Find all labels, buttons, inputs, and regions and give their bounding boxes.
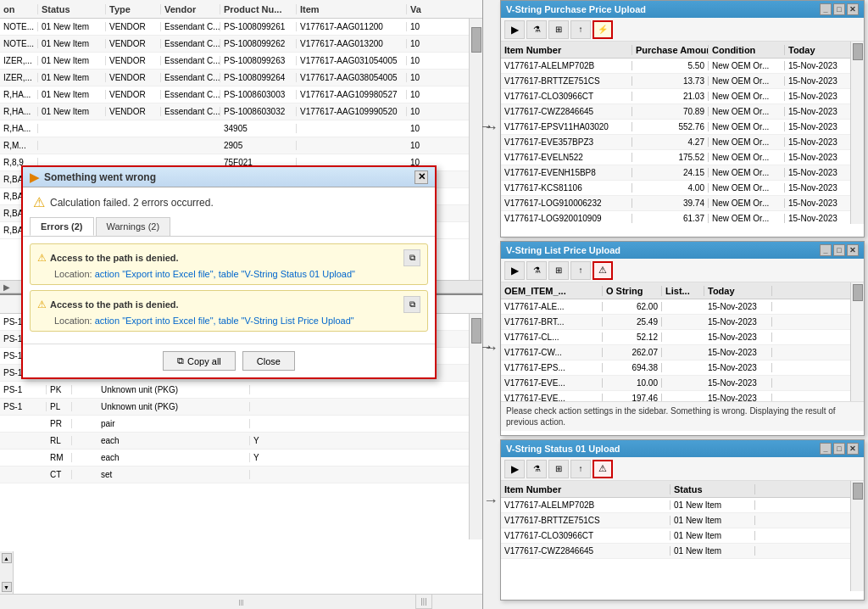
error-main-message: ⚠ Calculation failed. 2 errors occurred. (23, 187, 435, 217)
error-item-2-link[interactable]: action "Export into Excel file", table "… (95, 316, 354, 326)
status-row[interactable]: V177617-BRTTZE751CS 01 New Item (501, 513, 864, 528)
main-scrollbar-vertical[interactable] (469, 19, 482, 280)
list-close-btn[interactable]: ✕ (847, 244, 859, 256)
status-row[interactable]: V177617-CWZ2846645 01 New Item (501, 544, 864, 559)
purchase-scroll-thumb[interactable] (853, 43, 863, 60)
status-row[interactable]: V177617-CLO30966CT 01 New Item (501, 528, 864, 544)
list-restore-btn[interactable]: □ (833, 244, 845, 256)
cell-type: VENDOR (106, 90, 161, 99)
bottom-table-row[interactable]: CT set (0, 467, 482, 483)
error-item-2-copy-btn[interactable]: ⧉ (403, 296, 420, 313)
purchase-row[interactable]: V177617-CLO30966CT 21.03 New OEM Or... 1… (501, 89, 864, 104)
location-label-2: Location: (54, 316, 92, 326)
list-grid-btn[interactable]: ⊞ (548, 261, 569, 280)
bottom-table-row[interactable]: RM each Y (0, 450, 482, 467)
main-table-row[interactable]: R,HA... 01 New Item VENDOR Essendant C..… (0, 87, 482, 103)
purchase-row[interactable]: V177617-EPSV11HA03020 552.76 New OEM Or.… (501, 120, 864, 135)
cell-product: PS-1008603003 (220, 90, 297, 99)
status-close-btn[interactable]: ✕ (847, 443, 859, 455)
bcell-2: PL (47, 402, 72, 411)
left-vert-scroll[interactable]: ▲ ▼ (0, 551, 14, 594)
status-filter-btn[interactable]: ⚗ (526, 460, 547, 478)
list-row[interactable]: V177617-CL... 52.12 15-Nov-2023 (501, 330, 864, 345)
purchase-row[interactable]: V177617-ALELMP702B 5.50 New OEM Or... 15… (501, 59, 864, 74)
scroll-up-btn[interactable]: ▲ (2, 553, 12, 563)
toolbar-filter-btn[interactable]: ⚗ (526, 20, 547, 39)
purchase-scrollbar[interactable] (850, 42, 864, 224)
close-btn-purchase[interactable]: ✕ (847, 3, 859, 15)
status-active-btn[interactable]: ⚠ (593, 460, 613, 478)
purchase-row[interactable]: V177617-LOG920010909 61.37 New OEM Or...… (501, 211, 864, 224)
purchase-row[interactable]: V177617-LOG910006232 39.74 New OEM Or...… (501, 196, 864, 211)
toolbar-active-btn[interactable]: ⚡ (593, 20, 613, 39)
list-row[interactable]: V177617-CW... 262.07 15-Nov-2023 (501, 345, 864, 360)
list-price-panel: V-String List Price Upload _ □ ✕ ▶ ⚗ ⊞ ↑… (500, 241, 865, 436)
list-toolbar-btn-1[interactable]: ▶ (504, 261, 525, 280)
bottom-table-row[interactable]: PS-1 PL Unknown unit (PKG) (0, 399, 482, 416)
pr-today: 15-Nov-2023 (785, 137, 853, 147)
list-table-container: OEM_ITEM_... O String List... Today V177… (501, 282, 864, 401)
status-restore-btn[interactable]: □ (833, 443, 845, 455)
bottom-table-row[interactable]: RL each Y (0, 433, 482, 450)
status-grid-btn[interactable]: ⊞ (548, 460, 569, 478)
list-scroll-thumb[interactable] (853, 284, 863, 301)
list-row[interactable]: V177617-EPS... 694.38 15-Nov-2023 (501, 360, 864, 376)
scroll-thumb[interactable] (471, 27, 481, 53)
bottom-table-row[interactable]: PS-1 PK Unknown unit (PKG) (0, 382, 482, 399)
status-scrollbar[interactable] (850, 481, 864, 591)
list-row[interactable]: V177617-ALE... 62.00 15-Nov-2023 (501, 299, 864, 315)
purchase-row[interactable]: V177617-EVENH15BP8 24.15 New OEM Or... 1… (501, 165, 864, 181)
restore-btn[interactable]: □ (833, 3, 845, 15)
status-minimize-btn[interactable]: _ (820, 443, 832, 455)
purchase-row[interactable]: V177617-BRTTZE751CS 13.73 New OEM Or... … (501, 74, 864, 89)
status-upload-btn[interactable]: ↑ (570, 460, 591, 478)
cell-type: VENDOR (106, 39, 161, 48)
main-table-row[interactable]: R,HA... 34905 10 (0, 120, 482, 137)
list-filter-btn[interactable]: ⚗ (526, 261, 547, 280)
status-row[interactable]: V177617-ALELMP702B 01 New Item (501, 498, 864, 513)
toolbar-grid-btn[interactable]: ⊞ (548, 20, 569, 39)
status-scroll-thumb[interactable] (853, 483, 863, 500)
pr-today: 15-Nov-2023 (785, 107, 853, 116)
pr-today: 15-Nov-2023 (785, 214, 853, 223)
cell-type: VENDOR (106, 107, 161, 116)
purchase-row[interactable]: V177617-CWZ2846645 70.89 New OEM Or... 1… (501, 104, 864, 120)
toolbar-btn-1[interactable]: ▶ (504, 20, 525, 39)
purchase-row[interactable]: V177617-EVELN522 175.52 New OEM Or... 15… (501, 150, 864, 165)
error-item-1-copy-btn[interactable]: ⧉ (403, 249, 420, 266)
purchase-row[interactable]: V177617-EVE357BPZ3 4.27 New OEM Or... 15… (501, 135, 864, 150)
resize-handle[interactable]: ||| (415, 594, 432, 609)
list-scrollbar[interactable] (850, 282, 864, 401)
error-dialog-close-btn[interactable]: ✕ (415, 170, 428, 184)
list-row[interactable]: V177617-BRT... 25.49 15-Nov-2023 (501, 315, 864, 330)
horizontal-scrollbar[interactable]: ||| (0, 594, 482, 609)
minimize-btn[interactable]: _ (820, 3, 832, 15)
main-table-row[interactable]: IZER,... 01 New Item VENDOR Essendant C.… (0, 53, 482, 70)
cell-type: VENDOR (106, 56, 161, 65)
main-table-row[interactable]: NOTE... 01 New Item VENDOR Essendant C..… (0, 36, 482, 53)
bcell-1: PS-1 (0, 402, 47, 411)
errors-tab[interactable]: Errors (2) (30, 217, 94, 236)
list-minimize-btn[interactable]: _ (820, 244, 832, 256)
list-row[interactable]: V177617-EVE... 10.00 15-Nov-2023 (501, 376, 864, 391)
scroll-down-btn[interactable]: ▼ (2, 582, 12, 592)
copy-all-button[interactable]: ⧉ Copy all (163, 351, 236, 371)
purchase-row[interactable]: V177617-KCS81106 4.00 New OEM Or... 15-N… (501, 181, 864, 196)
main-table-row[interactable]: R,HA... 01 New Item VENDOR Essendant C..… (0, 103, 482, 120)
error-item-1-link[interactable]: action "Export into Excel file", table "… (95, 269, 355, 279)
bottom-table-row[interactable]: PR pair (0, 416, 482, 433)
warnings-tab[interactable]: Warnings (2) (96, 217, 171, 236)
close-dialog-button[interactable]: Close (242, 351, 295, 371)
toolbar-upload-btn[interactable]: ↑ (570, 20, 591, 39)
list-row[interactable]: V177617-EVE... 197.46 15-Nov-2023 (501, 391, 864, 401)
lr-c4: 15-Nov-2023 (704, 317, 772, 327)
main-table-row[interactable]: IZER,... 01 New Item VENDOR Essendant C.… (0, 70, 482, 87)
expand-icon[interactable]: ▶ (3, 282, 10, 292)
main-table-row[interactable]: NOTE... 01 New Item VENDOR Essendant C..… (0, 19, 482, 36)
col-header-item: Item (297, 4, 407, 14)
status-toolbar-btn-1[interactable]: ▶ (504, 460, 525, 478)
main-table-row[interactable]: R,M... 2905 10 (0, 137, 482, 154)
list-active-btn[interactable]: ⚠ (593, 261, 613, 280)
cell-action: NOTE... (0, 39, 38, 48)
list-upload-btn[interactable]: ↑ (570, 261, 591, 280)
